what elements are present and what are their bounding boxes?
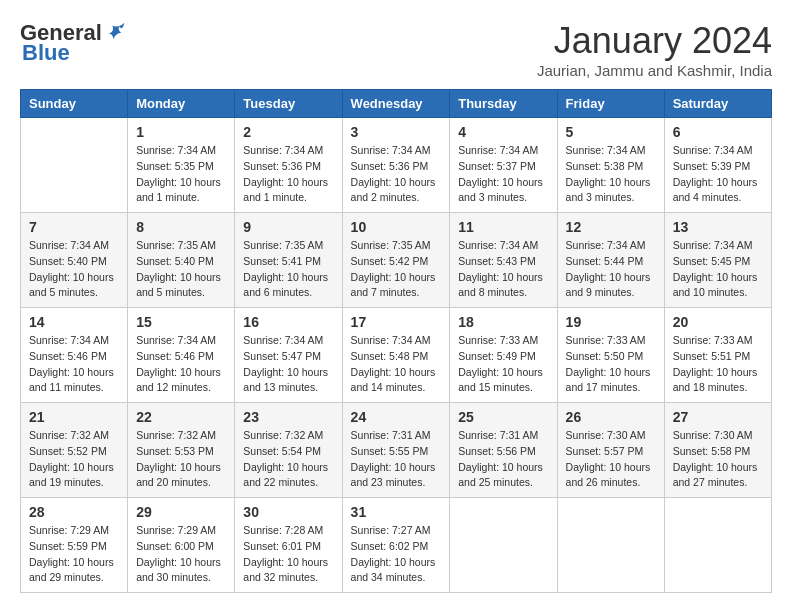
day-number: 23 [243,409,333,425]
day-info: Sunrise: 7:27 AMSunset: 6:02 PMDaylight:… [351,523,442,586]
calendar-cell: 2Sunrise: 7:34 AMSunset: 5:36 PMDaylight… [235,118,342,213]
day-info: Sunrise: 7:34 AMSunset: 5:39 PMDaylight:… [673,143,763,206]
calendar-cell: 6Sunrise: 7:34 AMSunset: 5:39 PMDaylight… [664,118,771,213]
day-number: 22 [136,409,226,425]
calendar-cell: 1Sunrise: 7:34 AMSunset: 5:35 PMDaylight… [128,118,235,213]
day-header-friday: Friday [557,90,664,118]
day-info: Sunrise: 7:34 AMSunset: 5:46 PMDaylight:… [29,333,119,396]
day-info: Sunrise: 7:33 AMSunset: 5:51 PMDaylight:… [673,333,763,396]
day-number: 10 [351,219,442,235]
calendar-cell: 30Sunrise: 7:28 AMSunset: 6:01 PMDayligh… [235,498,342,593]
day-info: Sunrise: 7:32 AMSunset: 5:52 PMDaylight:… [29,428,119,491]
calendar-cell: 28Sunrise: 7:29 AMSunset: 5:59 PMDayligh… [21,498,128,593]
day-number: 7 [29,219,119,235]
day-number: 18 [458,314,548,330]
day-number: 11 [458,219,548,235]
day-info: Sunrise: 7:34 AMSunset: 5:46 PMDaylight:… [136,333,226,396]
day-number: 2 [243,124,333,140]
day-number: 8 [136,219,226,235]
day-info: Sunrise: 7:34 AMSunset: 5:45 PMDaylight:… [673,238,763,301]
day-info: Sunrise: 7:29 AMSunset: 6:00 PMDaylight:… [136,523,226,586]
calendar-cell: 14Sunrise: 7:34 AMSunset: 5:46 PMDayligh… [21,308,128,403]
day-number: 14 [29,314,119,330]
week-row-1: 1Sunrise: 7:34 AMSunset: 5:35 PMDaylight… [21,118,772,213]
day-number: 6 [673,124,763,140]
calendar-cell: 19Sunrise: 7:33 AMSunset: 5:50 PMDayligh… [557,308,664,403]
calendar-cell [21,118,128,213]
calendar-cell [664,498,771,593]
day-info: Sunrise: 7:35 AMSunset: 5:41 PMDaylight:… [243,238,333,301]
calendar-table: SundayMondayTuesdayWednesdayThursdayFrid… [20,89,772,593]
day-number: 27 [673,409,763,425]
day-number: 12 [566,219,656,235]
day-info: Sunrise: 7:34 AMSunset: 5:44 PMDaylight:… [566,238,656,301]
calendar-cell: 24Sunrise: 7:31 AMSunset: 5:55 PMDayligh… [342,403,450,498]
day-number: 28 [29,504,119,520]
day-info: Sunrise: 7:34 AMSunset: 5:40 PMDaylight:… [29,238,119,301]
week-row-4: 21Sunrise: 7:32 AMSunset: 5:52 PMDayligh… [21,403,772,498]
day-number: 31 [351,504,442,520]
day-header-monday: Monday [128,90,235,118]
logo-bird-icon [105,20,127,42]
day-info: Sunrise: 7:33 AMSunset: 5:50 PMDaylight:… [566,333,656,396]
calendar-cell: 17Sunrise: 7:34 AMSunset: 5:48 PMDayligh… [342,308,450,403]
day-number: 4 [458,124,548,140]
calendar-cell: 10Sunrise: 7:35 AMSunset: 5:42 PMDayligh… [342,213,450,308]
week-row-5: 28Sunrise: 7:29 AMSunset: 5:59 PMDayligh… [21,498,772,593]
logo: General Blue [20,20,127,66]
calendar-cell: 7Sunrise: 7:34 AMSunset: 5:40 PMDaylight… [21,213,128,308]
calendar-cell: 12Sunrise: 7:34 AMSunset: 5:44 PMDayligh… [557,213,664,308]
day-number: 20 [673,314,763,330]
day-info: Sunrise: 7:32 AMSunset: 5:54 PMDaylight:… [243,428,333,491]
day-number: 17 [351,314,442,330]
day-info: Sunrise: 7:28 AMSunset: 6:01 PMDaylight:… [243,523,333,586]
day-number: 9 [243,219,333,235]
day-info: Sunrise: 7:29 AMSunset: 5:59 PMDaylight:… [29,523,119,586]
day-number: 5 [566,124,656,140]
calendar-cell: 18Sunrise: 7:33 AMSunset: 5:49 PMDayligh… [450,308,557,403]
day-number: 26 [566,409,656,425]
day-number: 19 [566,314,656,330]
calendar-cell: 25Sunrise: 7:31 AMSunset: 5:56 PMDayligh… [450,403,557,498]
day-info: Sunrise: 7:34 AMSunset: 5:43 PMDaylight:… [458,238,548,301]
day-info: Sunrise: 7:30 AMSunset: 5:58 PMDaylight:… [673,428,763,491]
day-info: Sunrise: 7:32 AMSunset: 5:53 PMDaylight:… [136,428,226,491]
day-info: Sunrise: 7:34 AMSunset: 5:48 PMDaylight:… [351,333,442,396]
day-header-thursday: Thursday [450,90,557,118]
location-title: Jaurian, Jammu and Kashmir, India [537,62,772,79]
calendar-cell: 8Sunrise: 7:35 AMSunset: 5:40 PMDaylight… [128,213,235,308]
day-number: 15 [136,314,226,330]
day-number: 21 [29,409,119,425]
day-header-saturday: Saturday [664,90,771,118]
day-info: Sunrise: 7:34 AMSunset: 5:36 PMDaylight:… [351,143,442,206]
page-header: General Blue January 2024 Jaurian, Jammu… [20,20,772,79]
calendar-cell: 11Sunrise: 7:34 AMSunset: 5:43 PMDayligh… [450,213,557,308]
calendar-cell: 29Sunrise: 7:29 AMSunset: 6:00 PMDayligh… [128,498,235,593]
day-info: Sunrise: 7:34 AMSunset: 5:47 PMDaylight:… [243,333,333,396]
calendar-cell: 27Sunrise: 7:30 AMSunset: 5:58 PMDayligh… [664,403,771,498]
day-info: Sunrise: 7:30 AMSunset: 5:57 PMDaylight:… [566,428,656,491]
day-number: 16 [243,314,333,330]
logo-blue-text: Blue [22,40,70,66]
calendar-cell [450,498,557,593]
calendar-cell: 13Sunrise: 7:34 AMSunset: 5:45 PMDayligh… [664,213,771,308]
day-number: 3 [351,124,442,140]
day-number: 30 [243,504,333,520]
day-header-sunday: Sunday [21,90,128,118]
day-number: 24 [351,409,442,425]
day-number: 29 [136,504,226,520]
calendar-cell: 15Sunrise: 7:34 AMSunset: 5:46 PMDayligh… [128,308,235,403]
calendar-cell [557,498,664,593]
day-number: 13 [673,219,763,235]
calendar-header-row: SundayMondayTuesdayWednesdayThursdayFrid… [21,90,772,118]
day-info: Sunrise: 7:34 AMSunset: 5:37 PMDaylight:… [458,143,548,206]
calendar-cell: 3Sunrise: 7:34 AMSunset: 5:36 PMDaylight… [342,118,450,213]
day-info: Sunrise: 7:33 AMSunset: 5:49 PMDaylight:… [458,333,548,396]
calendar-cell: 4Sunrise: 7:34 AMSunset: 5:37 PMDaylight… [450,118,557,213]
calendar-cell: 20Sunrise: 7:33 AMSunset: 5:51 PMDayligh… [664,308,771,403]
title-block: January 2024 Jaurian, Jammu and Kashmir,… [537,20,772,79]
month-title: January 2024 [537,20,772,62]
day-info: Sunrise: 7:31 AMSunset: 5:55 PMDaylight:… [351,428,442,491]
calendar-cell: 26Sunrise: 7:30 AMSunset: 5:57 PMDayligh… [557,403,664,498]
day-header-tuesday: Tuesday [235,90,342,118]
